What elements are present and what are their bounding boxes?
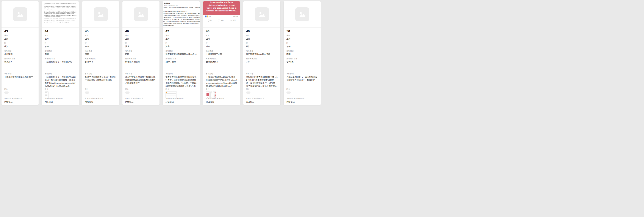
record-card-47[interactable]: 茶香禅静4-2 02:31 来自 iPhone客户端一名志愿者，昨日我投入路浦西… bbox=[162, 1, 200, 105]
field-label-event: 事件介绍 bbox=[125, 73, 157, 75]
attachment-row bbox=[166, 91, 197, 98]
field-source: 直接信息还是间接信息身边信息 bbox=[206, 98, 237, 103]
record-number: 47 bbox=[166, 29, 197, 33]
field-value-city: 上海 bbox=[286, 37, 318, 40]
field-label-event: 事件介绍 bbox=[206, 73, 237, 75]
reaction-like-button[interactable]: 赞 bbox=[207, 19, 212, 21]
record-card-48[interactable]: irresponsible and false statements about… bbox=[203, 1, 240, 105]
cover-image-placeholder bbox=[295, 7, 309, 21]
field-label-city: 城市 bbox=[246, 34, 278, 36]
card-body: 50城市上海区不明地址描述不明死者大体描述女性HR事件介绍丹纳赫集团的某Hr，因… bbox=[284, 27, 321, 103]
record-card-44[interactable]: 人都没有这样的机会，一个病人需要几十个人的同时帮助和关怀才有可能获得一丝的机会！… bbox=[42, 1, 79, 105]
field-source: 直接信息还是间接信息网络信息 bbox=[44, 98, 76, 103]
field-value-city: 上海 bbox=[206, 37, 237, 40]
card-cover bbox=[284, 1, 321, 27]
field-city: 城市上海 bbox=[166, 34, 197, 40]
field-value-address: 徐汇区罗秀路850弄26号楼 bbox=[246, 53, 278, 56]
comments-count[interactable]: 7条评论 bbox=[233, 15, 238, 17]
field-value-deceased: 女性HR bbox=[286, 60, 318, 71]
field-value-deceased: 24岁男子 bbox=[85, 60, 116, 71]
field-event: 事件介绍24岁男子因核酸而延误治疗而猝死于浦东医院（微博@红茶260） bbox=[85, 73, 116, 88]
record-card-50[interactable]: 50城市上海区不明地址描述不明死者大体描述女性HR事件介绍丹纳赫集团的某Hr，因… bbox=[284, 1, 321, 105]
field-deceased: 死者大体描述不明 bbox=[246, 58, 278, 71]
attachment-thumbnail[interactable] bbox=[85, 91, 89, 94]
record-card-43[interactable]: 43城市上海区徐汇地址描述华欣家园死者大体描述独居老人事件介绍上海华欣家园独居老… bbox=[1, 1, 39, 105]
field-images: 图片 bbox=[4, 88, 36, 98]
field-source: 直接信息还是间接信息网络信息 bbox=[286, 98, 318, 103]
like-icon bbox=[207, 19, 210, 21]
field-value-source: 身边信息 bbox=[206, 100, 237, 103]
weibo-text-line: 哥家住浦东新区唐镇创新西路28弄24号101室 bbox=[163, 11, 199, 13]
record-number: 50 bbox=[286, 29, 318, 33]
field-label-city: 城市 bbox=[166, 34, 197, 36]
field-label-images: 图片 bbox=[246, 88, 278, 90]
field-value-source: 网络信息 bbox=[44, 100, 76, 103]
field-label-address: 地址描述 bbox=[286, 50, 318, 52]
attachment-thumbnail[interactable] bbox=[44, 91, 48, 98]
comment-icon bbox=[218, 19, 220, 21]
record-card-46[interactable]: 46城市上海区浦东地址描述不明死者大体描述77岁老人沈瑞根事件介绍浦东77岁老人… bbox=[122, 1, 160, 105]
record-number: 49 bbox=[246, 29, 278, 33]
attachment-thumbnail[interactable] bbox=[4, 91, 8, 94]
screenshot-paragraph: 收下我送来的物资，妈妈就“赶我回去”：快回去！快回去！外面不安宁，你别再有事 bbox=[44, 21, 77, 23]
card-body: 48城市上海区浦东地址描述上海浦东寿二小区死者大体描述67岁血透病人事件介绍上海… bbox=[203, 27, 240, 103]
field-images: 图片 bbox=[44, 88, 76, 98]
attachment-row bbox=[85, 91, 116, 94]
field-label-event: 事件介绍 bbox=[44, 73, 76, 75]
field-value-address: 上海浦东寿二小区 bbox=[206, 53, 237, 56]
card-body: 45城市上海区不明地址描述不明死者大体描述24岁男子事件介绍24岁男子因核酸而延… bbox=[82, 27, 119, 103]
weibo-mentions: 海发布 @News上海 @上海12345 @上海市市民信箱 @上海市志愿者协会 bbox=[163, 27, 199, 27]
field-label-images: 图片 bbox=[125, 88, 157, 90]
field-label-deceased: 死者大体描述 bbox=[286, 58, 318, 60]
field-value-deceased: 44岁，男性 bbox=[166, 60, 197, 71]
field-images: 图片 bbox=[85, 88, 116, 98]
field-value-city: 上海 bbox=[4, 37, 36, 40]
attachment-thumbnail[interactable] bbox=[210, 91, 212, 98]
reaction-share-button[interactable]: 分享 bbox=[230, 19, 236, 21]
field-event: 事件介绍《我的爸爸 没了》作者的父亲因延误治疗而不得不高位截肢，未久遍离世 ht… bbox=[44, 73, 76, 88]
screenshot-paragraph: 人都没有这样的机会，一个病人需要几十个人的同时帮助和关怀才有可能获得一丝的机会！ bbox=[44, 3, 77, 5]
weibo-text-line: 在44岁。我大伯和我大伯母70多岁老来丧子，对于整个事情我不做评价， bbox=[163, 21, 199, 23]
card-body: 47城市上海区浦东地址描述浦东新区唐镇创新西路28弄24号101室死者大体描述4… bbox=[163, 27, 200, 103]
field-label-images: 图片 bbox=[206, 88, 237, 90]
field-deceased: 死者大体描述67岁血透病人 bbox=[206, 58, 237, 71]
thumb-up-emoji bbox=[206, 16, 207, 17]
field-label-event: 事件介绍 bbox=[246, 73, 278, 75]
cover-image-placeholder bbox=[255, 7, 269, 21]
field-district: 区不明 bbox=[85, 42, 116, 48]
attachment-thumbnail[interactable] bbox=[125, 91, 130, 94]
field-address: 地址描述华欣家园 bbox=[4, 50, 36, 56]
attachment-thumbnail[interactable] bbox=[246, 91, 250, 94]
screenshot-paragraph: 妈妈只能四处求助，在我的物业及邻居的帮助下得到一张非常宝贵的通行证，整个街区就只… bbox=[44, 15, 77, 17]
field-event: 事件介绍上海华欣家园独居老人饿死家中 bbox=[4, 73, 36, 88]
field-deceased: 死者大体描述77岁老人沈瑞根 bbox=[125, 58, 157, 71]
field-value-district: 不明 bbox=[85, 45, 116, 48]
field-value-district: 浦东 bbox=[125, 45, 157, 48]
field-label-source: 直接信息还是间接信息 bbox=[286, 98, 318, 99]
record-card-45[interactable]: 45城市上海区不明地址描述不明死者大体描述24岁男子事件介绍24岁男子因核酸而延… bbox=[82, 1, 120, 105]
field-value-city: 上海 bbox=[85, 37, 116, 40]
card-cover bbox=[2, 1, 38, 27]
record-card-49[interactable]: 49城市上海区徐汇地址描述徐汇区罗秀路850弄26号楼死者大体描述不明事件介绍坐… bbox=[243, 1, 280, 105]
attachment-thumbnail[interactable] bbox=[206, 91, 210, 98]
field-city: 城市上海 bbox=[286, 34, 318, 40]
field-value-deceased: 《我的爸爸 没了》作者的父亲 bbox=[44, 60, 76, 71]
attachment-thumbnail[interactable] bbox=[166, 91, 177, 98]
field-city: 城市上海 bbox=[85, 34, 116, 40]
field-label-city: 城市 bbox=[4, 34, 36, 36]
field-address: 地址描述不明 bbox=[286, 50, 318, 56]
attachment-thumbnail[interactable] bbox=[286, 91, 291, 94]
card-cover: irresponsible and false statements about… bbox=[203, 1, 240, 27]
field-label-source: 直接信息还是间接信息 bbox=[44, 98, 76, 99]
field-district: 区浦东 bbox=[166, 42, 197, 48]
field-label-district: 区 bbox=[166, 42, 197, 44]
field-deceased: 死者大体描述女性HR bbox=[286, 58, 318, 71]
field-value-city: 上海 bbox=[44, 37, 76, 40]
field-event: 事件介绍博主茶香禅静44岁的堂哥因延误治疗去世：我哥哥家住浦东新区唐镇创新西路2… bbox=[166, 73, 197, 88]
attachment-thumbnail[interactable] bbox=[213, 91, 216, 98]
reaction-comment-button[interactable]: 评论 bbox=[218, 19, 224, 21]
field-district: 区浦东 bbox=[125, 42, 157, 48]
field-label-event: 事件介绍 bbox=[4, 73, 36, 75]
field-label-images: 图片 bbox=[4, 88, 36, 90]
field-city: 城市上海 bbox=[44, 34, 76, 40]
